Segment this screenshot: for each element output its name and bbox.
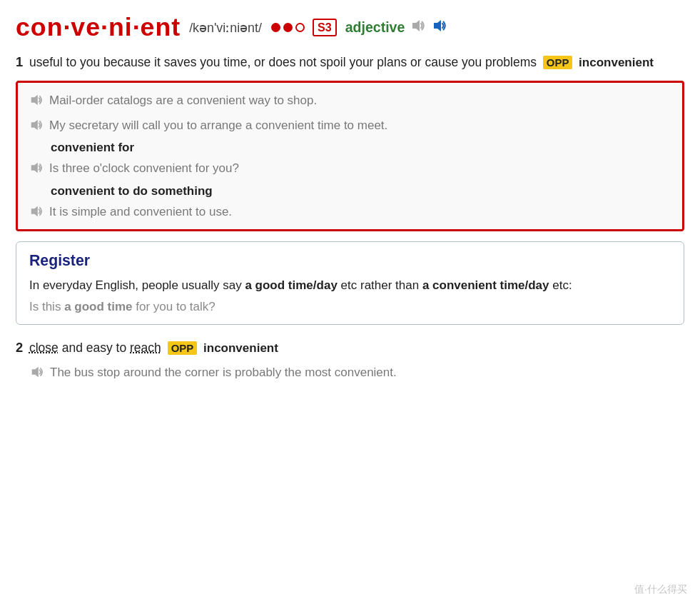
- example-text-5: The bus stop around the corner is probab…: [50, 363, 397, 382]
- svg-marker-1: [434, 20, 441, 31]
- speaker-ex1-icon[interactable]: [29, 93, 44, 107]
- register-example: Is this a good time for you to talk?: [29, 300, 671, 314]
- opp-badge-2: OPP: [168, 341, 198, 355]
- subheading-2: convenient to do something: [51, 184, 671, 198]
- register-text-after: etc:: [552, 278, 572, 292]
- def-text-2a: close and easy to reach: [29, 341, 165, 355]
- register-title: Register: [29, 252, 671, 270]
- pronunciation: /kən'viːniənt/: [189, 20, 262, 36]
- speaker-uk-icon[interactable]: [432, 18, 447, 37]
- pos-label: adjective: [345, 19, 405, 36]
- example-line-4: It is simple and convenient to use.: [29, 203, 671, 221]
- example-line-1: Mail-order catalogs are a convenient way…: [29, 91, 671, 110]
- example-text-2: My secretary will call you to arrange a …: [49, 116, 387, 135]
- speaker-ex5-icon[interactable]: [30, 365, 44, 379]
- s3-badge: S3: [313, 19, 337, 36]
- svg-marker-2: [31, 95, 38, 106]
- svg-marker-6: [32, 367, 39, 378]
- frequency-dots: [270, 23, 305, 32]
- example-text-4: It is simple and convenient to use.: [49, 203, 232, 221]
- opp-badge-1: OPP: [543, 56, 573, 69]
- examples-box: Mail-order catalogs are a convenient way…: [16, 81, 684, 231]
- register-text-before: In everyday English, people usually say: [29, 278, 242, 292]
- example-line-2: My secretary will call you to arrange a …: [29, 116, 671, 135]
- dot-1: [271, 23, 280, 32]
- dot-3: [295, 23, 305, 32]
- register-body: In everyday English, people usually say …: [29, 276, 671, 296]
- opp-word-1: inconvenient: [579, 56, 654, 69]
- definition-1: 1 useful to you because it saves you tim…: [16, 52, 684, 72]
- example-line-3: Is three o'clock convenient for you?: [29, 159, 671, 178]
- register-box: Register In everyday English, people usu…: [16, 241, 684, 325]
- definition-2: 2 close and easy to reach OPP inconvenie…: [16, 338, 684, 358]
- example2-block: The bus stop around the corner is probab…: [30, 363, 684, 382]
- speaker-ex4-icon[interactable]: [29, 204, 44, 218]
- def-word-reach: reach: [130, 341, 161, 355]
- speaker-ex3-icon[interactable]: [29, 161, 44, 175]
- example-text-3: Is three o'clock convenient for you?: [49, 159, 239, 178]
- svg-marker-0: [412, 20, 420, 31]
- svg-marker-5: [31, 206, 38, 216]
- svg-marker-3: [31, 119, 38, 130]
- def-number-1: 1: [16, 54, 23, 69]
- opp-word-2: inconvenient: [203, 341, 278, 355]
- def-word-close: close: [29, 341, 59, 355]
- dot-2: [283, 23, 293, 32]
- def-text-2-and: and easy to: [62, 341, 130, 355]
- header-row: con·ve·ni·ent /kən'viːniənt/ S3 adjectiv…: [16, 13, 684, 42]
- word-title: con·ve·ni·ent: [16, 13, 181, 42]
- subheading-1: convenient for: [51, 141, 671, 155]
- svg-marker-4: [31, 163, 38, 173]
- speaker-ex2-icon[interactable]: [29, 118, 44, 132]
- speaker-us-icon[interactable]: [410, 18, 426, 37]
- register-text-middle: etc rather than: [341, 278, 422, 292]
- example-text-1: Mail-order catalogs are a convenient way…: [49, 91, 317, 110]
- register-bold1: a good time/day: [245, 278, 337, 292]
- register-bold2: a convenient time/day: [422, 278, 549, 292]
- def-number-2: 2: [16, 340, 23, 355]
- def-text-1: useful to you because it saves you time,…: [29, 55, 537, 69]
